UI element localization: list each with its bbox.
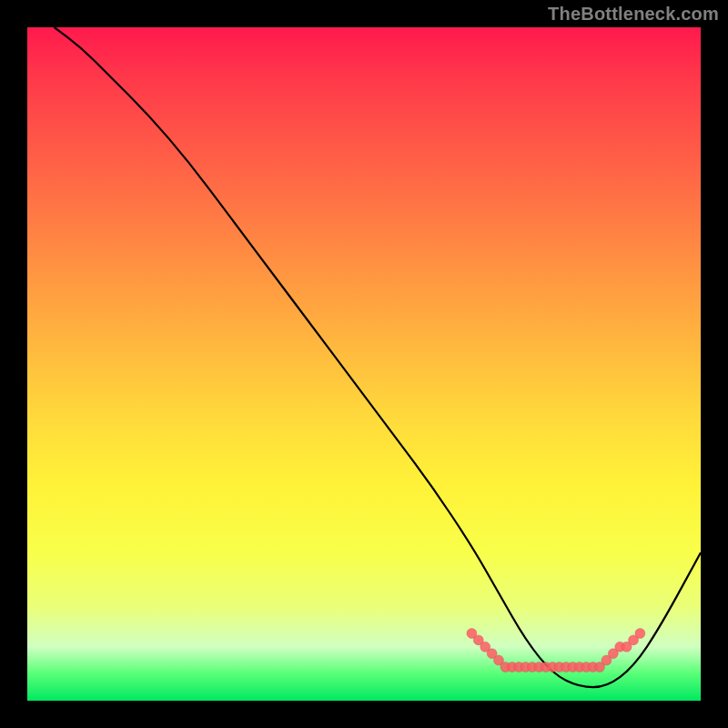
bottleneck-curve-svg [27, 27, 701, 701]
bottleneck-curve [55, 27, 701, 687]
valley-marker [635, 629, 645, 639]
plot-area [27, 27, 701, 701]
chart-frame: TheBottleneck.com [0, 0, 728, 728]
attribution-text: TheBottleneck.com [548, 4, 719, 25]
valley-markers [467, 629, 645, 672]
